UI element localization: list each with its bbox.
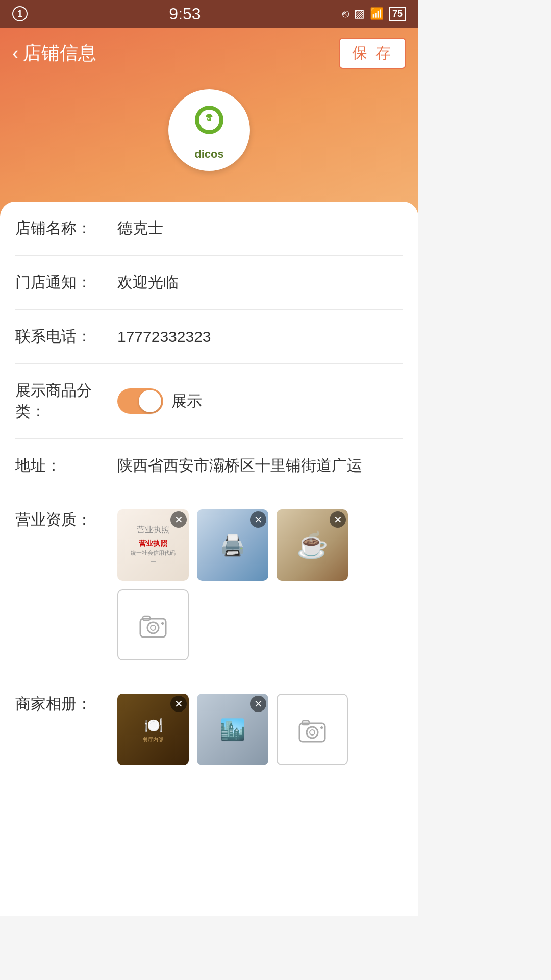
phone-label: 联系电话： [15, 326, 117, 347]
store-name-label: 店铺名称： [15, 218, 117, 239]
store-notice-value[interactable]: 欢迎光临 [117, 272, 403, 293]
store-name-row: 店铺名称： 德克士 [15, 202, 403, 256]
wifi-icon: 📶 [370, 7, 384, 20]
license-image-3: ☕ ✕ [277, 509, 348, 581]
license-image-1-close[interactable]: ✕ [170, 511, 187, 528]
category-toggle-row: 展示商品分类： 展示 [15, 364, 403, 439]
store-notice-label: 门店通知： [15, 272, 117, 293]
album-image-1-close[interactable]: ✕ [170, 696, 187, 712]
address-label: 地址： [15, 455, 117, 476]
add-album-photo-button[interactable] [277, 694, 348, 765]
svg-point-12 [310, 730, 315, 735]
add-license-photo-button[interactable] [117, 589, 189, 660]
status-right: ⎋ ▨ 📶 75 [342, 7, 406, 21]
address-value[interactable]: 陕西省西安市灞桥区十里铺街道广运 [117, 455, 403, 476]
address-row: 地址： 陕西省西安市灞桥区十里铺街道广运 [15, 439, 403, 493]
license-label: 营业资质： [15, 509, 117, 530]
license-images-grid: 营业执照 营业执照 统一社会信用代码 — ✕ 🖨️ ✕ [117, 509, 403, 660]
svg-point-6 [151, 625, 156, 630]
license-image-3-close[interactable]: ✕ [330, 511, 346, 528]
svg-point-3 [208, 118, 210, 120]
vibrate-icon: ▨ [354, 7, 365, 20]
camera-plus-icon-album [297, 716, 328, 744]
content-card: 店铺名称： 德克士 门店通知： 欢迎光临 联系电话： 17772332323 展… [0, 202, 418, 916]
battery-indicator: 75 [389, 7, 406, 21]
album-row: 商家相册： 🍽️ 餐厅内部 ✕ 🏙️ ✕ [15, 677, 403, 781]
svg-rect-10 [299, 723, 325, 742]
dicos-logo-svg [186, 100, 232, 145]
toggle-label: 展示 [171, 391, 202, 412]
phone-row: 联系电话： 17772332323 [15, 310, 403, 364]
license-image-2: 🖨️ ✕ [197, 509, 268, 581]
album-image-2-close[interactable]: ✕ [250, 696, 266, 712]
toggle-thumb [139, 390, 161, 412]
status-time: 9:53 [169, 5, 201, 23]
notification-badge: 1 [12, 6, 28, 21]
store-name-value[interactable]: 德克士 [117, 218, 403, 239]
store-name-logo: dicos [194, 148, 223, 161]
license-row: 营业资质： 营业执照 营业执照 统一社会信用代码 — ✕ [15, 493, 403, 677]
store-logo[interactable]: dicos [168, 89, 250, 171]
album-image-1: 🍽️ 餐厅内部 ✕ [117, 694, 189, 765]
license-image-1: 营业执照 营业执照 统一社会信用代码 — ✕ [117, 509, 189, 581]
license-image-2-close[interactable]: ✕ [250, 511, 266, 528]
svg-rect-4 [140, 619, 166, 637]
album-label: 商家相册： [15, 694, 117, 715]
album-image-2: 🏙️ ✕ [197, 694, 268, 765]
svg-point-5 [147, 622, 159, 633]
category-toggle[interactable] [117, 388, 163, 414]
phone-value[interactable]: 17772332323 [117, 328, 403, 346]
category-label: 展示商品分类： [15, 380, 117, 422]
status-left: 1 [12, 6, 28, 21]
bluetooth-icon: ⎋ [342, 7, 349, 20]
toggle-container: 展示 [117, 388, 202, 414]
store-notice-row: 门店通知： 欢迎光临 [15, 256, 403, 310]
save-button[interactable]: 保 存 [339, 38, 406, 69]
page-title: 店铺信息 [23, 41, 96, 66]
back-button[interactable]: ‹ 店铺信息 [12, 41, 96, 66]
album-images-grid: 🍽️ 餐厅内部 ✕ 🏙️ ✕ [117, 694, 403, 765]
status-bar: 1 9:53 ⎋ ▨ 📶 75 [0, 0, 418, 28]
svg-point-11 [307, 727, 318, 738]
camera-plus-icon [138, 611, 168, 639]
back-arrow-icon: ‹ [12, 42, 19, 64]
